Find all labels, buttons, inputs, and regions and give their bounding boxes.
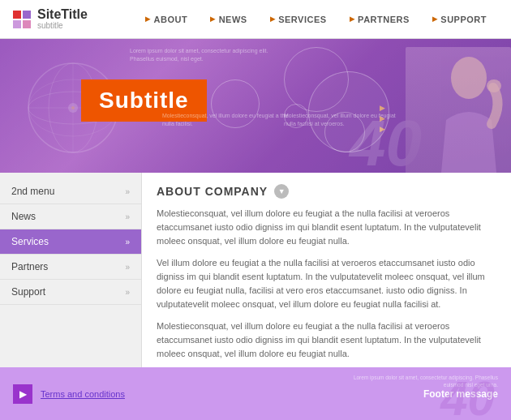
nav-support-label: SUPPORT [440, 15, 487, 24]
sidebar-arrow-services: » [125, 238, 130, 246]
nav-arrow-about: ▶ [145, 15, 151, 23]
nav-arrow-support: ▶ [432, 15, 438, 23]
sidebar-item-news[interactable]: News » [0, 204, 141, 229]
svg-point-8 [451, 57, 487, 99]
nav-arrow-news: ▶ [210, 15, 216, 23]
nav-news-label: NEWS [219, 15, 247, 24]
footer-terms-link[interactable]: Terms and conditions [41, 389, 125, 399]
banner-text-2: Molestieconsquat, vel illum dolore eu fe… [162, 112, 292, 128]
nav-arrow-partners: ▶ [350, 15, 355, 23]
sidebar: 2nd menu » News » Services » Partners » … [0, 173, 142, 367]
main-nav: ▶ ABOUT ▶ NEWS ▶ SERVICES ▶ PARTNERS ▶ S… [134, 15, 498, 24]
sidebar-arrow-support: » [125, 288, 130, 297]
nav-services-label: SERVICES [278, 15, 326, 24]
sidebar-label-partners: Partners [11, 261, 48, 272]
svg-point-7 [71, 106, 75, 109]
nav-about[interactable]: ▶ ABOUT [134, 15, 199, 24]
footer-big-number: 40 [440, 371, 495, 420]
nav-arrow-services: ▶ [270, 15, 276, 23]
logo-area: SiteTitle subtitle [13, 8, 110, 30]
logo-sq-2 [23, 11, 31, 19]
sidebar-item-services[interactable]: Services » [0, 229, 141, 255]
banner: Subtitle Lorem ipsum dolor sit amet, con… [0, 39, 511, 173]
nav-about-label: ABOUT [154, 15, 188, 24]
logo-sq-4 [23, 20, 31, 28]
about-dropdown-icon[interactable]: ▼ [274, 184, 289, 199]
content-para-1: Molestieconsquat, vel illum dolore eu fe… [157, 207, 496, 248]
svg-point-9 [487, 79, 501, 92]
sidebar-label-2nd-menu: 2nd menu [11, 186, 54, 197]
logo-text: SiteTitle subtitle [37, 8, 88, 30]
sidebar-arrow-2nd-menu: » [125, 187, 130, 196]
person-svg [406, 47, 511, 173]
content-area: ABOUT COMPANY ▼ Molestieconsquat, vel il… [142, 173, 511, 367]
sidebar-label-services: Services [11, 236, 49, 247]
nav-support[interactable]: ▶ SUPPORT [421, 15, 498, 24]
sidebar-label-support: Support [11, 286, 45, 298]
sidebar-item-support[interactable]: Support » [0, 280, 141, 305]
site-subtitle: subtitle [37, 21, 88, 30]
nav-partners[interactable]: ▶ PARTNERS [338, 15, 421, 24]
main-content: 2nd menu » News » Services » Partners » … [0, 173, 511, 367]
content-para-2: Vel illum dolore eu feugiat a the nulla … [157, 256, 496, 311]
site-title: SiteTitle [37, 8, 88, 21]
sidebar-item-2nd-menu[interactable]: 2nd menu » [0, 179, 141, 204]
content-para-3: Molestieconsquat, vel illum dolore eu fe… [157, 319, 496, 361]
logo-icon [13, 11, 31, 28]
sidebar-label-news: News [11, 211, 36, 222]
logo-sq-1 [13, 11, 21, 19]
content-title: ABOUT COMPANY [157, 185, 268, 198]
sidebar-arrow-partners: » [125, 263, 130, 272]
content-header: ABOUT COMPANY ▼ [157, 184, 496, 199]
nav-services[interactable]: ▶ SERVICES [259, 15, 338, 24]
footer: ▶ Terms and conditions Lorem ipsum dolor… [0, 367, 511, 420]
footer-arrow-icon: ▶ [19, 388, 27, 400]
nav-news[interactable]: ▶ NEWS [199, 15, 259, 24]
sidebar-arrow-news: » [125, 212, 130, 221]
nav-partners-label: PARTNERS [358, 15, 410, 24]
person-image [406, 47, 511, 173]
footer-arrow-button[interactable]: ▶ [13, 384, 32, 404]
header: SiteTitle subtitle ▶ ABOUT ▶ NEWS ▶ SERV… [0, 0, 511, 39]
banner-subtitle-text: Subtitle [99, 88, 189, 113]
banner-text-1: Lorem ipsum dolor sit amet, consectetur … [130, 47, 276, 63]
sidebar-item-partners[interactable]: Partners » [0, 255, 141, 280]
logo-sq-3 [13, 20, 21, 28]
